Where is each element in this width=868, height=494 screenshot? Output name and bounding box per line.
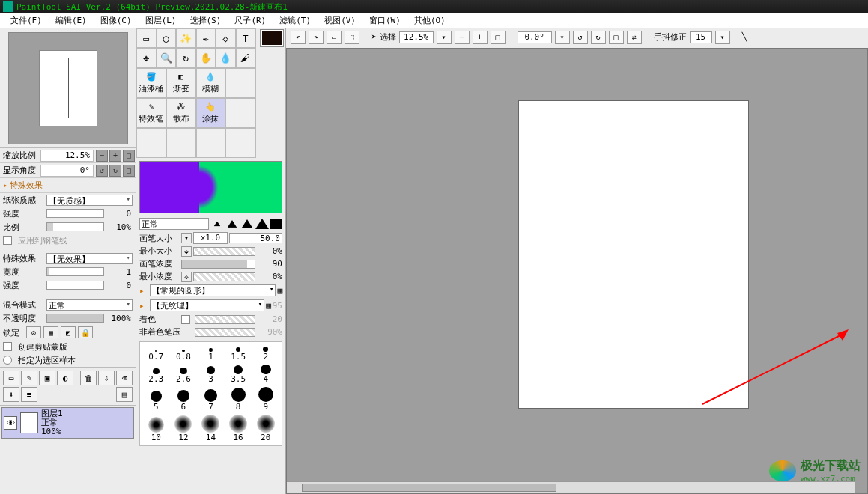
zoom-value[interactable]: 12.5% bbox=[40, 150, 94, 162]
brush-size-dot[interactable]: 0.7 bbox=[143, 345, 169, 362]
toolbar-rotate-ccw[interactable]: ↺ bbox=[573, 31, 588, 44]
menu-filter[interactable]: 滤镜(T) bbox=[273, 13, 317, 28]
clear-layer-button[interactable]: ⌫ bbox=[116, 370, 133, 385]
menu-edit[interactable]: 编辑(E) bbox=[49, 13, 93, 28]
toolbar-rotate-reset[interactable]: □ bbox=[609, 31, 624, 44]
brush-size-preset-3[interactable] bbox=[241, 219, 252, 228]
brush-size-value[interactable]: 50.0 bbox=[229, 233, 282, 243]
canvas-page[interactable] bbox=[519, 101, 748, 408]
toolbar-zoom-fit[interactable]: □ bbox=[491, 31, 506, 44]
marquee-tool[interactable]: ▭ bbox=[136, 28, 157, 48]
brush-size-preset-4[interactable] bbox=[255, 219, 269, 229]
menu-other[interactable]: 其他(O) bbox=[408, 13, 452, 28]
apply-pen-checkbox[interactable] bbox=[3, 236, 12, 245]
undo-button[interactable]: ↶ bbox=[291, 31, 306, 44]
new-linework-button[interactable]: ✎ bbox=[21, 370, 37, 385]
toolbar-zoom-in[interactable]: + bbox=[473, 31, 488, 44]
effects-header[interactable]: 特殊效果 bbox=[0, 178, 136, 193]
color-preview[interactable] bbox=[139, 161, 282, 213]
visibility-icon[interactable]: 👁 bbox=[4, 416, 17, 430]
brush-size-dot[interactable]: 12 bbox=[171, 413, 197, 442]
foreground-swatch[interactable] bbox=[261, 30, 283, 46]
intensity2-slider[interactable] bbox=[46, 281, 104, 290]
menu-layer[interactable]: 图层(L) bbox=[139, 13, 183, 28]
zoom-tool[interactable]: 🔍 bbox=[157, 48, 177, 67]
shape-expand-icon[interactable]: ▸ bbox=[139, 286, 148, 296]
move-tool[interactable]: ✥ bbox=[136, 48, 157, 67]
menu-view[interactable]: 视图(V) bbox=[318, 13, 362, 28]
bucket-tool[interactable]: 🪣油漆桶 bbox=[136, 68, 166, 98]
blur-tool[interactable]: 💧模糊 bbox=[196, 68, 226, 98]
menu-image[interactable]: 图像(C) bbox=[94, 13, 138, 28]
brush-texture-select[interactable]: 【无纹理】 bbox=[150, 299, 264, 311]
toolbar-angle-dropdown[interactable]: ▾ bbox=[555, 31, 570, 44]
brush-size-mult[interactable]: x1.0 bbox=[193, 232, 228, 244]
brush-size-toggle[interactable]: ▾ bbox=[181, 233, 192, 243]
brush-size-dot[interactable]: 2.6 bbox=[171, 363, 197, 384]
opacity-slider[interactable] bbox=[46, 314, 104, 323]
zoom-reset-button[interactable]: □ bbox=[123, 150, 135, 162]
brush-size-dot[interactable]: 2.3 bbox=[143, 363, 169, 384]
brush-size-preset-1[interactable] bbox=[214, 222, 221, 227]
delete-layer-button[interactable]: 🗑 bbox=[80, 370, 97, 385]
min-density-slider[interactable] bbox=[193, 272, 255, 281]
stabilizer-value[interactable]: 15 bbox=[690, 31, 712, 43]
scatter-tool[interactable]: ⁂散布 bbox=[166, 98, 196, 128]
scrollbar-thumb[interactable] bbox=[302, 484, 556, 492]
brush-size-dot[interactable]: 3 bbox=[198, 363, 224, 384]
toolbar-flip-button[interactable]: ⇄ bbox=[627, 31, 642, 44]
merge-down-button[interactable]: ⇩ bbox=[98, 370, 115, 385]
min-density-pressure-icon[interactable]: ⬙ bbox=[181, 272, 192, 282]
lock-all-button[interactable]: 🔒 bbox=[78, 326, 93, 338]
width-slider[interactable] bbox=[46, 267, 104, 276]
lock-none-button[interactable]: ⊘ bbox=[26, 326, 41, 338]
invert-button[interactable]: ⬚ bbox=[345, 31, 359, 44]
brush-size-dot[interactable]: 20 bbox=[252, 413, 279, 442]
toolbar-rotate-cw[interactable]: ↻ bbox=[591, 31, 606, 44]
new-folder-button[interactable]: ▣ bbox=[39, 370, 55, 385]
rotate-reset-button[interactable]: □ bbox=[123, 165, 135, 177]
brush-shape-select[interactable]: 【常规的圆形】 bbox=[150, 284, 276, 296]
smudge-tool[interactable]: 👆涂抹 bbox=[196, 98, 226, 128]
new-layer-button[interactable]: ▭ bbox=[3, 370, 19, 385]
brush-size-dot[interactable]: 16 bbox=[225, 413, 252, 442]
min-size-pressure-icon[interactable]: ⬙ bbox=[181, 246, 192, 257]
menu-select[interactable]: 选择(S) bbox=[184, 13, 228, 28]
navigator[interactable] bbox=[0, 28, 136, 148]
redo-button[interactable]: ↷ bbox=[309, 31, 324, 44]
toolbar-angle-value[interactable]: 0.0° bbox=[518, 31, 552, 43]
brush-size-dot[interactable]: 2 bbox=[252, 345, 279, 362]
new-mask-button[interactable]: ◐ bbox=[57, 370, 73, 385]
rotate-ccw-button[interactable]: ↺ bbox=[96, 165, 108, 177]
blend-mode-select[interactable]: 正常 bbox=[46, 299, 133, 311]
brush-size-dot[interactable]: 1.5 bbox=[225, 345, 252, 362]
menu-window[interactable]: 窗口(W) bbox=[363, 13, 407, 28]
brush-size-dot[interactable]: 14 bbox=[198, 413, 224, 442]
effect-pen-tool[interactable]: ✎特效笔 bbox=[136, 98, 166, 128]
rotate-cw-button[interactable]: ↻ bbox=[109, 165, 121, 177]
lasso-tool[interactable]: ◯ bbox=[157, 28, 177, 48]
toolbar-zoom-value[interactable]: 12.5% bbox=[399, 31, 434, 43]
min-size-slider[interactable] bbox=[193, 247, 255, 256]
layer-item[interactable]: 👁 图层1 正常 100% bbox=[1, 407, 134, 439]
brush-size-preset-5[interactable] bbox=[270, 219, 282, 229]
zoom-in-button[interactable]: + bbox=[109, 150, 121, 162]
brush-size-dot[interactable]: 0.8 bbox=[171, 345, 197, 362]
shape-options-button[interactable]: ▦ bbox=[277, 286, 282, 296]
transfer-down-button[interactable]: ⬇ bbox=[3, 387, 19, 402]
toolbar-zoom-out[interactable]: − bbox=[455, 31, 470, 44]
brush-size-dot[interactable]: 4 bbox=[252, 363, 279, 384]
canvas-area[interactable] bbox=[286, 48, 868, 494]
flatten-button[interactable]: ≡ bbox=[21, 387, 37, 402]
brush-size-dot[interactable]: 3.5 bbox=[225, 363, 252, 384]
brush-tool[interactable]: 🖌 bbox=[236, 48, 256, 67]
texture-expand-icon[interactable]: ▸ bbox=[139, 301, 148, 311]
tint-checkbox[interactable] bbox=[181, 315, 190, 324]
paper-texture-select[interactable]: 【无质感】 bbox=[46, 195, 133, 206]
menu-ruler[interactable]: 尺子(R) bbox=[228, 13, 272, 28]
texture-options-button[interactable]: ▦ bbox=[266, 301, 271, 311]
brush-size-dot[interactable]: 8 bbox=[225, 385, 252, 412]
color-mode-select[interactable]: 正常 bbox=[139, 218, 209, 230]
deselect-button[interactable]: ▭ bbox=[327, 31, 342, 44]
density-slider[interactable] bbox=[181, 260, 255, 269]
